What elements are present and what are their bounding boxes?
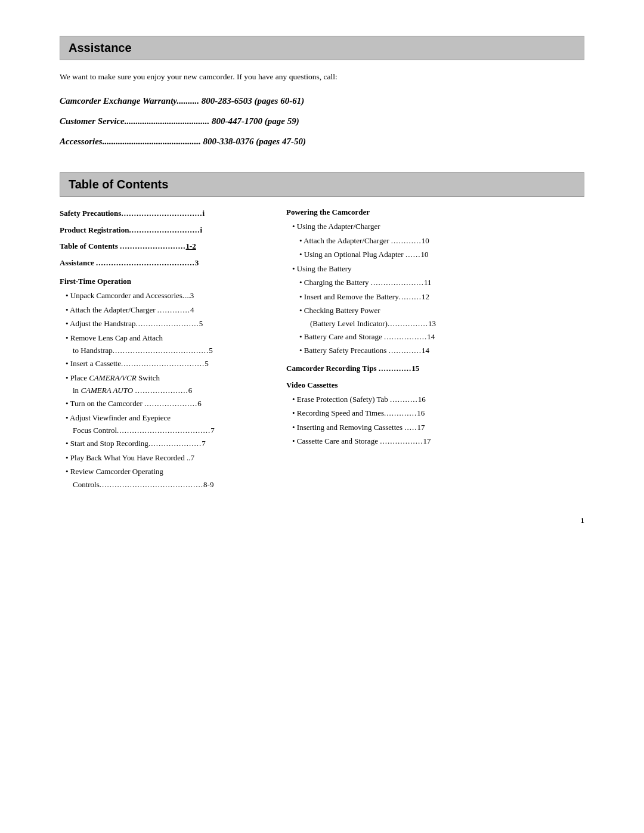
- powering-title: Powering the Camcorder: [286, 208, 584, 217]
- page-number: 1: [60, 516, 584, 525]
- toc-item-charging-battery: • Charging the Battery .................…: [286, 277, 584, 289]
- assistance-line-1: Camcorder Exchange Warranty.......... 80…: [60, 94, 584, 108]
- toc-item-play-back: • Play Back What You Have Recorded ..7: [60, 452, 262, 464]
- toc-item-camera-auto: in CAMERA AUTO .....................6: [60, 386, 262, 395]
- assistance-line-3: Accessories.............................…: [60, 134, 584, 148]
- toc-item-turn-on: • Turn on the Camcorder ................…: [60, 398, 262, 410]
- powering-group: Powering the Camcorder • Using the Adapt…: [286, 208, 584, 357]
- first-time-operation-title: First-Time Operation: [60, 277, 262, 286]
- safety-precautions-entry: Safety Precautions......................…: [60, 209, 205, 218]
- assistance-lines: Camcorder Exchange Warranty.......... 80…: [60, 94, 584, 148]
- warranty-label: Camcorder Exchange Warranty.......... 80…: [60, 96, 304, 106]
- toc-entry-safety: Safety Precautions......................…: [60, 208, 262, 219]
- toc-columns: Safety Precautions......................…: [60, 208, 584, 492]
- toc-item-review: • Review Camcorder Operating: [60, 466, 262, 478]
- assistance-section: Assistance We want to make sure you enjo…: [60, 36, 584, 148]
- toc-right-column: Powering the Camcorder • Using the Adapt…: [286, 208, 584, 492]
- toc-item-inserting-removing: • Inserting and Removing Cassettes .....…: [286, 422, 584, 433]
- toc-item-checking-power: • Checking Battery Power: [286, 305, 584, 317]
- table-of-contents-entry: Table of Contents ......................…: [60, 241, 196, 250]
- toc-item-lens-cap: • Remove Lens Cap and Attach: [60, 332, 262, 344]
- assistance-title: Assistance: [69, 41, 575, 55]
- toc-item-using-battery: • Using the Battery: [286, 263, 584, 275]
- toc-item-camera-vcr: • Place CAMERA/VCR Switch: [60, 372, 262, 384]
- toc-item-start-stop: • Start and Stop Recording..............…: [60, 438, 262, 450]
- product-registration-entry: Product Registration....................…: [60, 225, 202, 234]
- toc-item-attach-adapter: • Attach the Adapter/Charger ...........…: [286, 235, 584, 247]
- toc-item-controls: Controls................................…: [60, 480, 262, 490]
- video-cassettes-title: Video Cassettes: [286, 380, 584, 390]
- toc-item-unpack: • Unpack Camcorder and Accessories....3: [60, 290, 262, 302]
- toc-item-erase-protection: • Erase Protection (Safety) Tab ........…: [286, 394, 584, 405]
- toc-entry-assistance: Assistance .............................…: [60, 257, 262, 269]
- toc-item-battery-care: • Battery Care and Storage .............…: [286, 331, 584, 343]
- toc-item-cassette: • Insert a Cassette.....................…: [60, 358, 262, 370]
- toc-item-battery-level: (Battery Level Indicator)...............…: [286, 319, 584, 329]
- accessories-label: Accessories.............................…: [60, 137, 306, 146]
- toc-item-adapter: • Attach the Adapter/Charger ...........…: [60, 304, 262, 316]
- toc-item-cassette-care: • Cassette Care and Storage ............…: [286, 435, 584, 447]
- toc-section: Table of Contents Safety Precautions....…: [60, 172, 584, 492]
- toc-item-viewfinder: • Adjust Viewfinder and Eyepiece: [60, 412, 262, 424]
- assistance-header: Assistance: [60, 36, 584, 60]
- toc-item-recording-speed: • Recording Speed and Times.............…: [286, 407, 584, 419]
- toc-item-insert-remove: • Insert and Remove the Battery.........…: [286, 291, 584, 303]
- video-cassettes-group: Video Cassettes • Erase Protection (Safe…: [286, 380, 584, 447]
- assistance-entry: Assistance .............................…: [60, 258, 199, 267]
- toc-item-lens-cap-2: to Handstrap............................…: [60, 346, 262, 355]
- toc-item-battery-safety: • Battery Safety Precautions ...........…: [286, 345, 584, 357]
- recording-tips-group: Camcorder Recording Tips .............15: [286, 364, 584, 373]
- toc-left-column: Safety Precautions......................…: [60, 208, 262, 492]
- recording-tips-title: Camcorder Recording Tips .............15: [286, 364, 584, 373]
- toc-item-focus: Focus Control...........................…: [60, 426, 262, 435]
- assistance-line-2: Customer Service........................…: [60, 114, 584, 128]
- toc-entry-toc: Table of Contents ......................…: [60, 240, 262, 252]
- toc-entry-product-reg: Product Registration....................…: [60, 224, 262, 236]
- first-time-operation-group: First-Time Operation • Unpack Camcorder …: [60, 277, 262, 490]
- toc-item-optional-plug: • Using an Optional Plug Adapter ......1…: [286, 249, 584, 261]
- customer-service-label: Customer Service........................…: [60, 116, 299, 126]
- toc-title: Table of Contents: [69, 178, 575, 191]
- toc-item-using-adapter: • Using the Adapter/Charger: [286, 221, 584, 233]
- toc-header: Table of Contents: [60, 172, 584, 197]
- assistance-intro: We want to make sure you enjoy your new …: [60, 71, 584, 83]
- toc-item-handstrap: • Adjust the Handstrap..................…: [60, 318, 262, 330]
